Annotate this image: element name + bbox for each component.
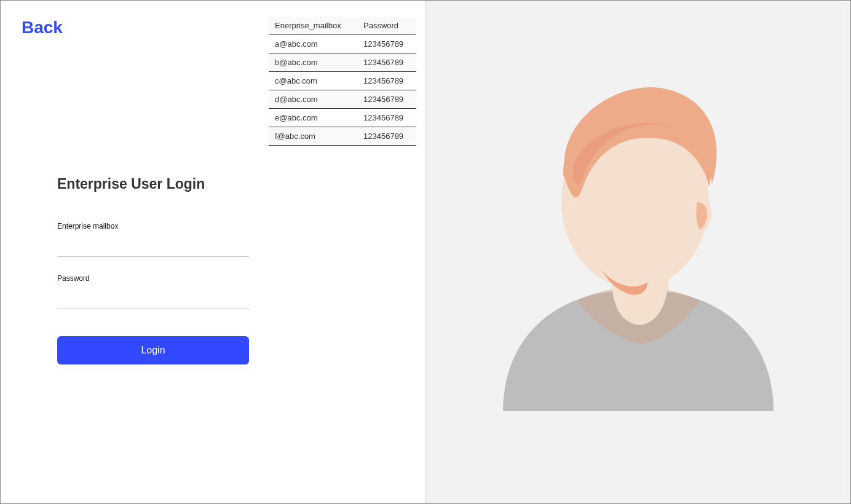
password-field-group: Password — [57, 274, 249, 309]
credentials-table: Enerprise_mailbox Password a@abc.com 123… — [269, 17, 416, 146]
cell-email: c@abc.com — [269, 72, 357, 90]
login-form: Enterprise User Login Enterprise mailbox… — [57, 176, 249, 364]
back-link[interactable]: Back — [22, 18, 63, 37]
password-label: Password — [57, 274, 249, 283]
email-field[interactable] — [57, 235, 249, 257]
email-label: Enterprise mailbox — [57, 222, 249, 230]
cell-password: 123456789 — [357, 90, 416, 109]
table-row: f@abc.com 123456789 — [269, 127, 416, 146]
table-row: c@abc.com 123456789 — [269, 72, 416, 90]
cell-email: a@abc.com — [269, 35, 357, 53]
login-title: Enterprise User Login — [57, 176, 249, 192]
cell-password: 123456789 — [357, 35, 416, 53]
cell-email: d@abc.com — [269, 90, 357, 109]
left-panel: Back Enerprise_mailbox Password a@abc.co… — [1, 1, 426, 503]
cell-password: 123456789 — [357, 72, 416, 90]
cell-email: e@abc.com — [269, 109, 357, 127]
column-header-email: Enerprise_mailbox — [269, 17, 357, 35]
password-field[interactable] — [57, 288, 249, 309]
table-row: a@abc.com 123456789 — [269, 35, 416, 53]
cell-email: f@abc.com — [269, 127, 357, 146]
cell-password: 123456789 — [357, 109, 416, 127]
table-row: e@abc.com 123456789 — [269, 109, 416, 127]
table-row: b@abc.com 123456789 — [269, 53, 416, 72]
right-panel — [426, 1, 850, 503]
table-row: d@abc.com 123456789 — [269, 90, 416, 109]
avatar-illustration — [491, 79, 786, 411]
login-button[interactable]: Login — [57, 336, 249, 364]
cell-email: b@abc.com — [269, 53, 357, 72]
column-header-password: Password — [357, 17, 416, 35]
cell-password: 123456789 — [357, 127, 416, 146]
email-field-group: Enterprise mailbox — [57, 222, 249, 257]
table-header-row: Enerprise_mailbox Password — [269, 17, 416, 35]
cell-password: 123456789 — [357, 53, 416, 72]
